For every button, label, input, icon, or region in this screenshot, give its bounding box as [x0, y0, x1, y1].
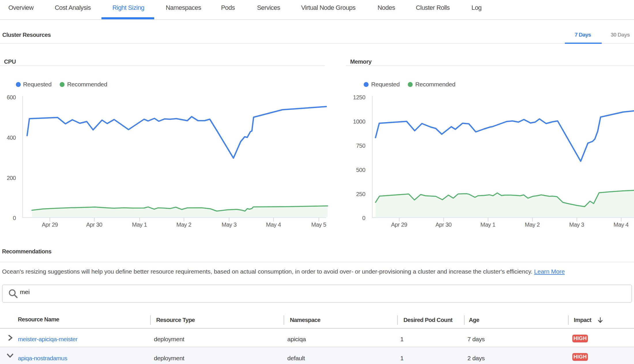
svg-text:May 1: May 1	[132, 221, 147, 228]
svg-text:1000: 1000	[353, 118, 365, 125]
svg-text:May 3: May 3	[569, 221, 584, 228]
svg-text:Apr 30: Apr 30	[86, 221, 102, 228]
svg-text:May 5: May 5	[311, 221, 326, 228]
svg-text:May 4: May 4	[614, 221, 629, 228]
svg-text:250: 250	[356, 191, 365, 197]
svg-text:200: 200	[7, 175, 16, 181]
svg-text:0: 0	[362, 215, 365, 221]
svg-text:May 2: May 2	[176, 221, 191, 228]
svg-text:May 3: May 3	[222, 221, 237, 228]
svg-text:500: 500	[356, 167, 365, 173]
svg-text:600: 600	[7, 94, 16, 101]
svg-text:Apr 29: Apr 29	[42, 221, 58, 228]
svg-text:May 1: May 1	[480, 221, 495, 228]
svg-text:Apr 29: Apr 29	[391, 221, 407, 228]
svg-text:750: 750	[356, 143, 365, 149]
svg-text:0: 0	[13, 215, 16, 221]
svg-text:1250: 1250	[353, 94, 365, 101]
svg-text:May 4: May 4	[266, 221, 281, 228]
svg-text:May 2: May 2	[525, 221, 540, 228]
svg-text:Apr 30: Apr 30	[435, 221, 452, 228]
svg-text:400: 400	[7, 134, 16, 141]
